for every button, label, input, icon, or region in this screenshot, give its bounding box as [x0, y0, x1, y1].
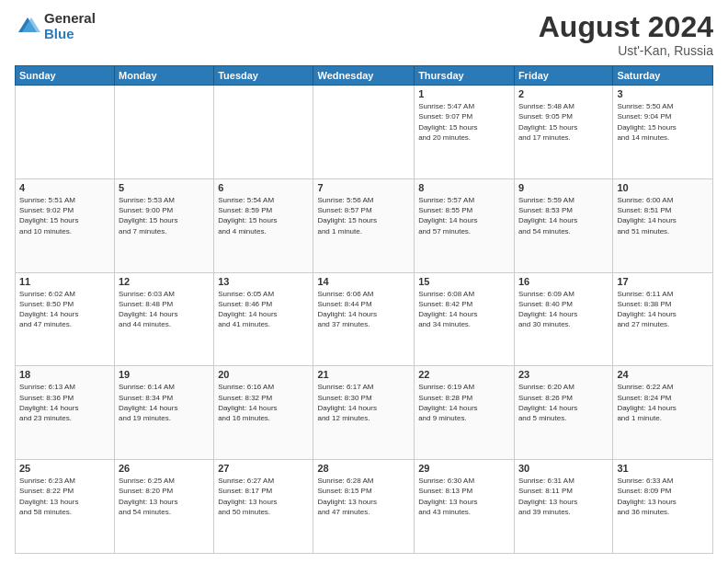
calendar-cell: 25Sunrise: 6:23 AMSunset: 8:22 PMDayligh… [16, 460, 115, 554]
day-number: 1 [418, 88, 510, 99]
calendar-cell: 5Sunrise: 5:53 AMSunset: 9:00 PMDaylight… [115, 178, 214, 272]
day-info: Sunrise: 6:09 AMSunset: 8:40 PMDaylight:… [518, 289, 609, 330]
day-info: Sunrise: 5:54 AMSunset: 8:59 PMDaylight:… [218, 195, 309, 236]
calendar-cell: 30Sunrise: 6:31 AMSunset: 8:11 PMDayligh… [514, 460, 612, 554]
day-number: 16 [518, 276, 609, 287]
day-number: 12 [119, 276, 210, 287]
calendar-cell: 4Sunrise: 5:51 AMSunset: 9:02 PMDaylight… [16, 178, 115, 272]
day-number: 4 [19, 182, 110, 193]
location-subtitle: Ust'-Kan, Russia [539, 43, 713, 58]
day-info: Sunrise: 6:05 AMSunset: 8:46 PMDaylight:… [218, 289, 309, 330]
calendar-cell: 24Sunrise: 6:22 AMSunset: 8:24 PMDayligh… [613, 366, 713, 460]
day-info: Sunrise: 5:57 AMSunset: 8:55 PMDaylight:… [418, 195, 510, 236]
calendar-week-1: 1Sunrise: 5:47 AMSunset: 9:07 PMDaylight… [16, 86, 713, 179]
day-number: 26 [119, 463, 210, 474]
day-number: 10 [617, 182, 709, 193]
day-info: Sunrise: 6:00 AMSunset: 8:51 PMDaylight:… [617, 195, 709, 236]
logo: General Blue [15, 11, 96, 41]
day-number: 11 [19, 276, 110, 287]
day-info: Sunrise: 6:19 AMSunset: 8:28 PMDaylight:… [418, 382, 510, 423]
day-info: Sunrise: 6:22 AMSunset: 8:24 PMDaylight:… [617, 382, 709, 423]
day-info: Sunrise: 6:14 AMSunset: 8:34 PMDaylight:… [119, 382, 210, 423]
day-number: 20 [218, 369, 309, 380]
day-number: 27 [218, 463, 309, 474]
day-info: Sunrise: 6:20 AMSunset: 8:26 PMDaylight:… [518, 382, 609, 423]
day-number: 30 [518, 463, 609, 474]
day-number: 25 [19, 463, 110, 474]
calendar-cell: 9Sunrise: 5:59 AMSunset: 8:53 PMDaylight… [514, 178, 612, 272]
day-info: Sunrise: 5:53 AMSunset: 9:00 PMDaylight:… [119, 195, 210, 236]
month-year-title: August 2024 [539, 11, 713, 43]
calendar-cell: 14Sunrise: 6:06 AMSunset: 8:44 PMDayligh… [313, 272, 415, 366]
calendar-cell: 12Sunrise: 6:03 AMSunset: 8:48 PMDayligh… [115, 272, 214, 366]
calendar-cell: 26Sunrise: 6:25 AMSunset: 8:20 PMDayligh… [115, 460, 214, 554]
calendar-cell: 20Sunrise: 6:16 AMSunset: 8:32 PMDayligh… [214, 366, 313, 460]
logo-general-text: General [44, 11, 96, 27]
calendar-cell: 16Sunrise: 6:09 AMSunset: 8:40 PMDayligh… [514, 272, 612, 366]
day-info: Sunrise: 6:31 AMSunset: 8:11 PMDaylight:… [518, 476, 609, 517]
day-info: Sunrise: 6:25 AMSunset: 8:20 PMDaylight:… [119, 476, 210, 517]
day-number: 18 [19, 369, 110, 380]
day-info: Sunrise: 6:08 AMSunset: 8:42 PMDaylight:… [418, 289, 510, 330]
day-info: Sunrise: 6:30 AMSunset: 8:13 PMDaylight:… [418, 476, 510, 517]
calendar-cell: 19Sunrise: 6:14 AMSunset: 8:34 PMDayligh… [115, 366, 214, 460]
day-info: Sunrise: 5:56 AMSunset: 8:57 PMDaylight:… [317, 195, 410, 236]
col-monday: Monday [115, 66, 214, 86]
calendar-cell: 21Sunrise: 6:17 AMSunset: 8:30 PMDayligh… [313, 366, 415, 460]
calendar-week-5: 25Sunrise: 6:23 AMSunset: 8:22 PMDayligh… [16, 460, 713, 554]
day-number: 19 [119, 369, 210, 380]
calendar-cell [313, 86, 415, 179]
day-info: Sunrise: 6:11 AMSunset: 8:38 PMDaylight:… [617, 289, 709, 330]
day-info: Sunrise: 6:33 AMSunset: 8:09 PMDaylight:… [617, 476, 709, 517]
day-number: 8 [418, 182, 510, 193]
day-info: Sunrise: 5:48 AMSunset: 9:05 PMDaylight:… [518, 101, 609, 143]
day-number: 9 [518, 182, 609, 193]
calendar-cell [214, 86, 313, 179]
page: General Blue August 2024 Ust'-Kan, Russi… [0, 0, 728, 563]
col-wednesday: Wednesday [313, 66, 415, 86]
calendar-week-3: 11Sunrise: 6:02 AMSunset: 8:50 PMDayligh… [16, 272, 713, 366]
day-number: 7 [317, 182, 410, 193]
calendar-cell: 13Sunrise: 6:05 AMSunset: 8:46 PMDayligh… [214, 272, 313, 366]
day-info: Sunrise: 5:59 AMSunset: 8:53 PMDaylight:… [518, 195, 609, 236]
calendar-cell [16, 86, 115, 179]
day-info: Sunrise: 6:27 AMSunset: 8:17 PMDaylight:… [218, 476, 309, 517]
day-number: 21 [317, 369, 410, 380]
calendar-cell: 18Sunrise: 6:13 AMSunset: 8:36 PMDayligh… [16, 366, 115, 460]
day-info: Sunrise: 5:51 AMSunset: 9:02 PMDaylight:… [19, 195, 110, 236]
logo-text: General Blue [44, 11, 96, 41]
day-info: Sunrise: 6:13 AMSunset: 8:36 PMDaylight:… [19, 382, 110, 423]
day-number: 22 [418, 369, 510, 380]
col-saturday: Saturday [613, 66, 713, 86]
calendar-cell: 29Sunrise: 6:30 AMSunset: 8:13 PMDayligh… [415, 460, 515, 554]
calendar-cell: 11Sunrise: 6:02 AMSunset: 8:50 PMDayligh… [16, 272, 115, 366]
logo-icon [15, 14, 40, 40]
day-info: Sunrise: 6:28 AMSunset: 8:15 PMDaylight:… [317, 476, 410, 517]
day-info: Sunrise: 6:16 AMSunset: 8:32 PMDaylight:… [218, 382, 309, 423]
calendar-week-4: 18Sunrise: 6:13 AMSunset: 8:36 PMDayligh… [16, 366, 713, 460]
calendar-cell: 2Sunrise: 5:48 AMSunset: 9:05 PMDaylight… [514, 86, 612, 179]
day-number: 23 [518, 369, 609, 380]
day-info: Sunrise: 6:17 AMSunset: 8:30 PMDaylight:… [317, 382, 410, 423]
day-number: 6 [218, 182, 309, 193]
calendar-table: Sunday Monday Tuesday Wednesday Thursday… [15, 65, 713, 554]
title-block: August 2024 Ust'-Kan, Russia [539, 11, 713, 58]
col-tuesday: Tuesday [214, 66, 313, 86]
calendar-cell: 8Sunrise: 5:57 AMSunset: 8:55 PMDaylight… [415, 178, 515, 272]
day-number: 5 [119, 182, 210, 193]
day-info: Sunrise: 6:06 AMSunset: 8:44 PMDaylight:… [317, 289, 410, 330]
calendar-header-row: Sunday Monday Tuesday Wednesday Thursday… [16, 66, 713, 86]
calendar-cell: 27Sunrise: 6:27 AMSunset: 8:17 PMDayligh… [214, 460, 313, 554]
calendar-cell: 17Sunrise: 6:11 AMSunset: 8:38 PMDayligh… [613, 272, 713, 366]
day-number: 29 [418, 463, 510, 474]
calendar-cell: 3Sunrise: 5:50 AMSunset: 9:04 PMDaylight… [613, 86, 713, 179]
col-thursday: Thursday [415, 66, 515, 86]
calendar-cell [115, 86, 214, 179]
col-friday: Friday [514, 66, 612, 86]
day-info: Sunrise: 5:50 AMSunset: 9:04 PMDaylight:… [617, 101, 709, 143]
calendar-cell: 6Sunrise: 5:54 AMSunset: 8:59 PMDaylight… [214, 178, 313, 272]
day-number: 15 [418, 276, 510, 287]
calendar-cell: 1Sunrise: 5:47 AMSunset: 9:07 PMDaylight… [415, 86, 515, 179]
calendar-cell: 23Sunrise: 6:20 AMSunset: 8:26 PMDayligh… [514, 366, 612, 460]
day-number: 17 [617, 276, 709, 287]
